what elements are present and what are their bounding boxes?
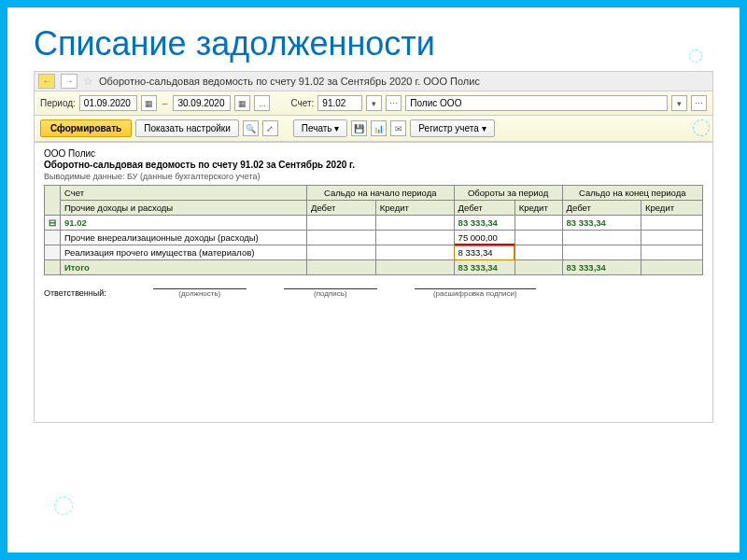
period-toolbar: Период: ▦ – ▦ ... Счет: ▾ ⋯ ▾ ⋯ <box>35 91 712 116</box>
tab-bar: ← → ☆ Оборотно-сальдовая ведомость по сч… <box>35 72 712 91</box>
calendar-icon[interactable]: ▦ <box>141 95 157 111</box>
decoration-circle <box>693 119 710 136</box>
nav-forward-button[interactable]: → <box>61 74 78 89</box>
responsible-label: Ответственный: <box>44 288 106 298</box>
col-credit: Кредит <box>375 201 454 216</box>
form-report-button[interactable]: Сформировать <box>40 119 132 137</box>
org-name: ООО Полис <box>44 148 703 159</box>
document-title: Оборотно-сальдовая ведомость по счету 91… <box>99 76 480 87</box>
col-end-balance: Сальдо на конец периода <box>562 186 702 201</box>
table-cell: 75 000,00 <box>454 231 514 245</box>
action-toolbar: Сформировать Показать настройки 🔍 ⤢ Печа… <box>35 116 712 142</box>
date-from-input[interactable] <box>79 95 137 111</box>
col-debit: Дебет <box>562 201 641 216</box>
col-credit: Кредит <box>641 201 702 216</box>
period-picker-button[interactable]: ... <box>254 95 270 111</box>
signature-name: (расшифровка подписи) <box>415 288 536 298</box>
col-credit: Кредит <box>514 201 562 216</box>
account-label: Счет: <box>290 98 314 108</box>
period-label: Период: <box>40 98 76 108</box>
signature-area: Ответственный: (должность) (подпись) (ра… <box>44 288 703 298</box>
col-debit: Дебет <box>454 201 514 216</box>
report-title: Оборотно-сальдовая ведомость по счету 91… <box>44 160 703 170</box>
signature-sign: (подпись) <box>284 288 377 298</box>
table-row-name: Прочие внереализационные доходы (расходы… <box>61 231 307 245</box>
table-cell: 83 333,34 <box>562 216 641 231</box>
total-cell: 83 333,34 <box>562 260 641 275</box>
col-debit: Дебет <box>306 201 375 216</box>
decoration-circle <box>689 49 702 63</box>
col-subconto: Прочие доходы и расходы <box>61 201 307 216</box>
table-cell: 83 333,34 <box>454 216 514 231</box>
balance-table: Счет Сальдо на начало периода Обороты за… <box>44 185 703 275</box>
show-settings-button[interactable]: Показать настройки <box>135 119 239 137</box>
table-row-name: 91.02 <box>61 216 307 231</box>
dropdown-icon[interactable]: ▾ <box>671 95 687 111</box>
date-separator: – <box>161 98 170 108</box>
calendar-icon[interactable]: ▦ <box>234 95 250 111</box>
print-button[interactable]: Печать ▾ <box>293 119 348 137</box>
total-cell: 83 333,34 <box>454 260 514 275</box>
col-begin-balance: Сальдо на начало периода <box>306 186 454 201</box>
table-cell: 8 333,34 <box>454 245 514 260</box>
slide-title: Списание задолженности <box>7 7 740 71</box>
select-icon[interactable]: ⋯ <box>691 95 707 111</box>
chart-icon[interactable]: 📊 <box>371 120 387 136</box>
app-window: ← → ☆ Оборотно-сальдовая ведомость по сч… <box>34 71 713 423</box>
expand-column-header <box>45 186 61 216</box>
col-account: Счет <box>61 186 307 201</box>
expand-toggle[interactable]: ⊟ <box>45 216 61 231</box>
dropdown-icon[interactable]: ▾ <box>366 95 382 111</box>
organization-input[interactable] <box>405 95 668 111</box>
account-input[interactable] <box>317 95 362 111</box>
highlight-underline <box>455 244 514 245</box>
decoration-circle <box>54 497 73 515</box>
nav-back-button[interactable]: ← <box>38 74 55 89</box>
report-subtitle: Выводимые данные: БУ (данные бухгалтерск… <box>44 172 703 181</box>
select-icon[interactable]: ⋯ <box>386 95 402 111</box>
search-icon[interactable]: 🔍 <box>243 120 259 136</box>
date-to-input[interactable] <box>173 95 231 111</box>
col-turnover: Обороты за период <box>454 186 562 201</box>
report-body: ООО Полис Оборотно-сальдовая ведомость п… <box>35 142 712 422</box>
total-label: Итого <box>61 260 307 275</box>
signature-position: (должность) <box>153 288 247 298</box>
table-row-name: Реализация прочего имущества (материалов… <box>61 245 307 260</box>
register-button[interactable]: Регистр учета ▾ <box>410 119 494 137</box>
email-icon[interactable]: ✉ <box>390 120 406 136</box>
favorite-icon[interactable]: ☆ <box>83 75 93 88</box>
expand-icon[interactable]: ⤢ <box>262 120 278 136</box>
save-icon[interactable]: 💾 <box>351 120 367 136</box>
